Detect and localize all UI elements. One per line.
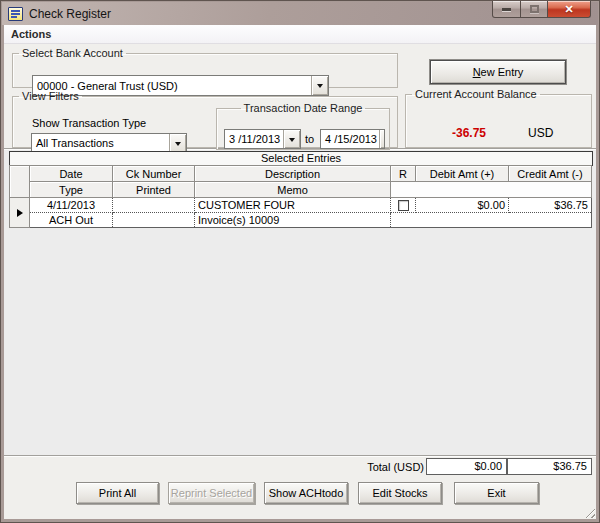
header-memo: Memo	[195, 182, 391, 198]
close-icon: ✕	[564, 3, 573, 16]
exit-button[interactable]: Exit	[454, 482, 539, 504]
titlebar: Check Register ✕	[2, 2, 598, 25]
check-register-icon	[8, 7, 23, 21]
cell-ck-number[interactable]	[113, 198, 195, 213]
grid-caption: Selected Entries	[9, 151, 593, 166]
maximize-button[interactable]	[521, 1, 548, 18]
close-button[interactable]: ✕	[548, 1, 591, 18]
new-entry-button[interactable]: New Entry	[430, 60, 566, 84]
header-printed: Printed	[113, 182, 195, 198]
date-to-picker[interactable]: 4 /15/2013	[320, 129, 385, 149]
date-from-picker[interactable]: 3 /11/2013	[224, 129, 301, 149]
bank-account-group-label: Select Bank Account	[19, 47, 126, 59]
row-blank-cell	[391, 213, 592, 228]
edit-stocks-button[interactable]: Edit Stocks	[358, 482, 442, 504]
resize-grip[interactable]	[583, 506, 595, 518]
view-filters-group-label: View Filters	[19, 90, 82, 102]
client-area: Select Bank Account 00000 - General Trus…	[4, 44, 596, 519]
date-range-group-label: Transaction Date Range	[241, 102, 366, 114]
check-register-window: Check Register ✕ Actions Select Bank Acc…	[0, 0, 600, 523]
balance-group: Current Account Balance -36.75 USD	[405, 88, 592, 148]
minimize-icon	[502, 8, 511, 11]
header-credit: Credit Amt (-)	[509, 166, 592, 182]
transaction-type-select[interactable]: All Transactions	[31, 133, 187, 153]
cell-debit[interactable]: $0.00	[416, 198, 509, 213]
chevron-down-icon	[289, 138, 295, 145]
date-from-value: 3 /11/2013	[229, 133, 281, 145]
bank-account-group: Select Bank Account 00000 - General Trus…	[12, 47, 398, 88]
menubar: Actions	[4, 25, 596, 44]
date-range-to-label: to	[305, 133, 314, 145]
table-row: ACH Out Invoice(s) 10009	[10, 213, 592, 228]
header-description: Description	[195, 166, 391, 182]
new-entry-label: New Entry	[473, 66, 524, 78]
window-title: Check Register	[29, 7, 111, 21]
current-row-arrow-icon	[17, 209, 23, 217]
chevron-down-icon	[175, 142, 181, 149]
print-all-button[interactable]: Print All	[76, 482, 159, 504]
cell-memo[interactable]: Invoice(s) 10009	[195, 213, 391, 228]
balance-currency: USD	[528, 126, 553, 140]
header-ck-number: Ck Number	[113, 166, 195, 182]
cell-printed[interactable]	[113, 213, 195, 228]
cell-credit[interactable]: $36.75	[509, 198, 592, 213]
date-to-value: 4 /15/2013	[325, 133, 377, 145]
total-label: Total (USD)	[294, 461, 424, 473]
menu-actions[interactable]: Actions	[4, 28, 58, 40]
grid-corner-cell	[10, 166, 30, 198]
transaction-type-label: Show Transaction Type	[32, 117, 146, 129]
entries-grid: Date Ck Number Description R Debit Amt (…	[9, 165, 592, 228]
reconciled-checkbox[interactable]	[398, 200, 409, 211]
reprint-selected-button[interactable]: Reprint Selected	[168, 482, 255, 504]
date-to-dropdown-button[interactable]	[379, 130, 385, 148]
header-debit: Debit Amt (+)	[416, 166, 509, 182]
header-blank-cell	[391, 182, 592, 198]
table-row: 4/11/2013 CUSTOMER FOUR $0.00 $36.75	[10, 198, 592, 213]
header-date: Date	[30, 166, 113, 182]
cell-reconciled	[391, 198, 416, 213]
row-selector[interactable]	[10, 198, 30, 228]
cell-date[interactable]: 4/11/2013	[30, 198, 113, 213]
window-controls: ✕	[492, 1, 591, 18]
date-range-group: Transaction Date Range 3 /11/2013 to 4 /…	[216, 102, 390, 150]
header-type: Type	[30, 182, 113, 198]
balance-amount: -36.75	[452, 126, 486, 140]
cell-description[interactable]: CUSTOMER FOUR	[195, 198, 391, 213]
date-from-dropdown-button[interactable]	[283, 130, 300, 148]
divider-bottom	[4, 455, 596, 457]
minimize-button[interactable]	[492, 1, 521, 18]
total-credit-box: $36.75	[507, 458, 592, 475]
total-debit-box: $0.00	[426, 458, 507, 475]
balance-group-label: Current Account Balance	[412, 88, 540, 100]
maximize-icon	[530, 5, 539, 13]
header-reconciled: R	[391, 166, 416, 182]
transaction-type-value: All Transactions	[36, 137, 167, 149]
show-achtodo-button[interactable]: Show ACHtodo	[264, 482, 348, 504]
view-filters-group: View Filters Show Transaction Type All T…	[12, 90, 398, 148]
transaction-type-dropdown-button[interactable]	[169, 134, 186, 152]
cell-type[interactable]: ACH Out	[30, 213, 113, 228]
